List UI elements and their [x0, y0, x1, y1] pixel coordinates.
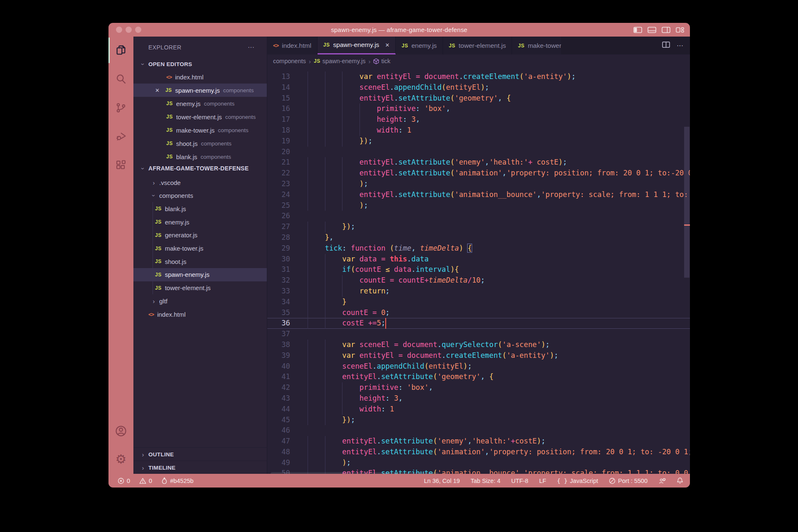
code-line[interactable]: 41 entityEl.setAttribute('geometry', { — [267, 372, 690, 382]
search-icon[interactable] — [108, 66, 133, 92]
status-ln-36-col-19[interactable]: Ln 36, Col 19 — [424, 478, 460, 484]
toggle-primary-sidebar-icon[interactable] — [633, 27, 642, 33]
vertical-scrollbar[interactable] — [684, 127, 690, 278]
code-line[interactable]: 37 — [267, 329, 690, 340]
timeline-header[interactable]: › TIMELINE — [133, 461, 267, 474]
code-line[interactable]: 28 }, — [267, 232, 690, 243]
code-line[interactable]: 30 var data = this.data — [267, 254, 690, 265]
code-line[interactable]: 26 — [267, 211, 690, 222]
code-line[interactable]: 32 countE = countE+timeDelta/10; — [267, 275, 690, 286]
run-debug-icon[interactable] — [108, 123, 133, 149]
tree-item-.vscode[interactable]: ›.vscode — [133, 176, 267, 189]
open-editor-enemy.js[interactable]: JSenemy.jscomponents — [133, 97, 267, 110]
code-line[interactable]: 25 ); — [267, 200, 690, 211]
code-line[interactable]: 42 primitive: 'box', — [267, 382, 690, 393]
status-0[interactable]: 0 — [139, 478, 152, 484]
breadcrumb-item-spawn-enemy.js[interactable]: JSspawn-enemy.js — [314, 58, 365, 64]
tree-item-spawn-enemy.js[interactable]: JSspawn-enemy.js — [133, 268, 267, 281]
code-line[interactable]: 48 entityEl.setAttribute('animation','pr… — [267, 447, 690, 458]
files-icon[interactable] — [108, 37, 133, 63]
code-line[interactable]: 14 sceneEl.appendChild(entityEl); — [267, 82, 690, 93]
split-editor-icon[interactable] — [662, 42, 670, 49]
minimize-button[interactable] — [126, 27, 132, 33]
code-line[interactable]: 17 height: 3, — [267, 114, 690, 125]
open-editors-header[interactable]: › OPEN EDITORS — [133, 58, 267, 70]
code-line[interactable]: 46 — [267, 425, 690, 436]
code-line[interactable]: 31 if(countE ≤ data.interval){ — [267, 264, 690, 275]
code-editor[interactable]: 13 var entityEl = document.createElement… — [267, 68, 690, 474]
code-line[interactable]: 19 }); — [267, 136, 690, 147]
tree-item-index.html[interactable]: <>index.html — [133, 308, 267, 321]
code-line[interactable]: 40 sceneEl.appendChild(entityEl); — [267, 361, 690, 372]
tab-make-tower.js[interactable]: JSmake-tower.js — [512, 37, 561, 54]
tab-spawn-enemy.js[interactable]: JSspawn-enemy.js✕ — [318, 37, 396, 54]
breadcrumb-item-components[interactable]: components — [273, 58, 306, 64]
extensions-icon[interactable] — [108, 152, 133, 178]
outline-header[interactable]: › OUTLINE — [133, 448, 267, 461]
open-editor-index.html[interactable]: <>index.html — [133, 70, 267, 84]
status-tab-size-4[interactable]: Tab Size: 4 — [470, 478, 500, 484]
code-line[interactable]: 47 entityEl.setAttribute('enemy','health… — [267, 436, 690, 447]
code-line[interactable]: 15 entityEl.setAttribute('geometry', { — [267, 93, 690, 104]
account-icon[interactable] — [108, 418, 133, 444]
open-editor-spawn-enemy.js[interactable]: ✕JSspawn-enemy.jscomponents — [133, 84, 267, 97]
explorer-more-actions[interactable]: ··· — [248, 42, 264, 53]
code-line[interactable]: 18 width: 1 — [267, 125, 690, 136]
status-port-5500[interactable]: Port : 5500 — [609, 478, 648, 484]
status-bell-icon[interactable] — [677, 477, 683, 484]
tree-item-generator.js[interactable]: JSgenerator.js — [133, 229, 267, 242]
tree-item-enemy.js[interactable]: JSenemy.js — [133, 215, 267, 229]
code-line[interactable]: 29 tick: function (time, timeDelta) { — [267, 243, 690, 254]
code-line[interactable]: 49 ); — [267, 458, 690, 468]
status-lf[interactable]: LF — [539, 478, 546, 484]
code-line[interactable]: 16 primitive: 'box', — [267, 103, 690, 114]
source-control-icon[interactable] — [108, 95, 133, 121]
code-line[interactable]: 43 height: 3, — [267, 393, 690, 404]
code-line[interactable]: 27 }); — [267, 222, 690, 232]
code-line[interactable]: 39 var entityEl = document.createElement… — [267, 350, 690, 361]
title-bar[interactable]: spawn-enemy.js — aframe-game-tower-defen… — [108, 23, 690, 37]
tree-item-components[interactable]: ›components — [133, 189, 267, 202]
close-button[interactable] — [116, 27, 122, 33]
tree-item-make-tower.js[interactable]: JSmake-tower.js — [133, 242, 267, 255]
breadcrumb-item-tick[interactable]: tick — [373, 58, 390, 64]
code-line[interactable]: 22 entityEl.setAttribute('animation','pr… — [267, 168, 690, 179]
tab-tower-element.js[interactable]: JStower-element.js — [443, 37, 512, 54]
toggle-panel-icon[interactable] — [648, 27, 656, 33]
code-line[interactable]: 21 entityEl.setAttribute('enemy','health… — [267, 157, 690, 168]
code-line[interactable]: 33 return; — [267, 286, 690, 297]
code-line[interactable]: 23 ); — [267, 179, 690, 190]
line-content: sceneEl.appendChild(entityEl); — [308, 82, 690, 93]
status-#b4525b[interactable]: #b4525b — [161, 477, 193, 484]
zoom-button[interactable] — [135, 27, 141, 33]
status-feedback-icon[interactable] — [658, 478, 666, 484]
code-line[interactable]: 36 costE +=5; — [267, 318, 690, 329]
code-line[interactable]: 20 — [267, 147, 690, 158]
tree-item-blank.js[interactable]: JSblank.js — [133, 202, 267, 215]
toggle-secondary-sidebar-icon[interactable] — [662, 27, 670, 33]
more-actions-icon[interactable]: ··· — [677, 42, 683, 49]
status-javascript[interactable]: { }JavaScript — [557, 478, 598, 484]
customize-layout-icon[interactable] — [676, 27, 684, 33]
code-line[interactable]: 35 countE = 0; — [267, 308, 690, 318]
status-utf-8[interactable]: UTF-8 — [511, 478, 528, 484]
code-line[interactable]: 34 } — [267, 297, 690, 308]
code-line[interactable]: 24 entityEl.setAttribute('animation__bou… — [267, 190, 690, 200]
status-0[interactable]: 0 — [118, 478, 130, 484]
workspace-header[interactable]: › AFRAME-GAME-TOWER-DEFENSE — [133, 162, 267, 175]
tab-index.html[interactable]: <>index.html — [267, 37, 318, 54]
tree-item-tower-element.js[interactable]: JStower-element.js — [133, 281, 267, 295]
open-editor-tower-element.js[interactable]: JStower-element.jscomponents — [133, 110, 267, 123]
close-icon[interactable]: ✕ — [155, 87, 160, 94]
close-icon[interactable]: ✕ — [385, 42, 389, 48]
open-editor-make-tower.js[interactable]: JSmake-tower.jscomponents — [133, 123, 267, 137]
tree-item-gltf[interactable]: ›gltf — [133, 294, 267, 308]
tab-enemy.js[interactable]: JSenemy.js — [396, 37, 443, 54]
tree-item-shoot.js[interactable]: JSshoot.js — [133, 255, 267, 268]
code-line[interactable]: 45 }); — [267, 415, 690, 426]
code-line[interactable]: 13 var entityEl = document.createElement… — [267, 71, 690, 82]
code-line[interactable]: 38 var sceneEl = document.querySelector(… — [267, 340, 690, 350]
open-editor-shoot.js[interactable]: JSshoot.jscomponents — [133, 137, 267, 150]
settings-gear-icon[interactable]: ⚙ — [108, 446, 133, 472]
code-line[interactable]: 44 width: 1 — [267, 404, 690, 415]
